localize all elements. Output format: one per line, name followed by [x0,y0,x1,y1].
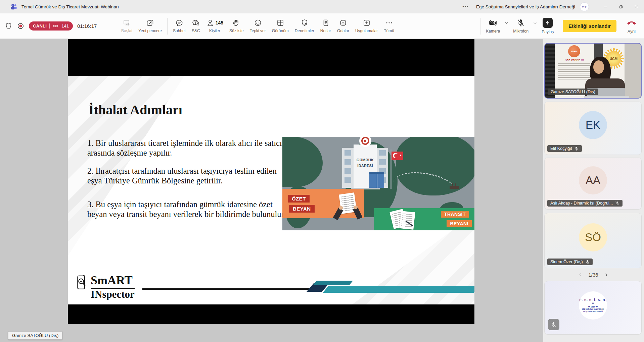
toolbar-button-rooms[interactable]: Odalar [334,15,352,37]
slide-paragraph: 1. Bir uluslararası ticaret işleminde il… [87,138,289,158]
participant-tile[interactable]: AA Aslı Akdaş - Dinamik Isı (Doğrul... [544,158,642,210]
leave-button[interactable]: Ayrıl [624,15,639,37]
participant-tile[interactable]: SÖ Sinem Özer (Dış) [544,213,642,268]
restore-icon [618,4,624,9]
people-icon [206,19,214,27]
toolbar-button-apps[interactable]: Uygulamalar [352,15,381,37]
video-tile-speaker[interactable]: UGM Söz Veririz !!! UGM n, Dünden tlu. S… [544,43,642,99]
transit-tag: TRANSİT [441,211,469,218]
microphone-off-icon [516,18,525,27]
toolbar-button-notes[interactable]: Notlar [317,15,334,37]
teams-app-icon [10,3,17,10]
document-sheet [399,211,415,230]
slide-paragraph: 2. İhracatçısı tarafından uluslarası taş… [87,166,289,186]
mic-off-badge [548,319,559,330]
participant-name-pill: Gamze SATOĞLU (Dış) [548,89,598,95]
participants-sidebar: UGM Söz Veririz !!! UGM n, Dünden tlu. S… [543,39,644,342]
screen-share-icon [123,19,131,27]
avatar: AA [579,166,607,194]
toolbar-button-label: Tepki ver [250,28,266,33]
banner-title: Söz Veririz !!! [565,58,584,62]
account-avatar[interactable]: ❄❄ [580,2,589,11]
toolbar-button-label: Söz iste [229,28,244,33]
teams-webinar-window: Temel Gümrük ve Dış Ticaret Mevzuatı Web… [0,0,644,342]
window-close-button[interactable] [629,0,644,13]
participant-name-pill: Elif Koçyiğit [547,145,582,152]
building-center: GÜMRÜK İDARESİ [354,145,377,188]
toolbar-button-label: Notlar [320,28,331,33]
toolbar-button-start[interactable]: Başlat [118,15,135,37]
slide-footer-line [142,288,313,290]
logo-line1: SmART [91,274,135,289]
window-minimize-button[interactable] [598,0,613,13]
mic-off-icon [574,146,579,151]
transit-beyani-banner: TRANSİT BEYANI [374,208,474,230]
end-event-button[interactable]: Etkinliği sonlandır [563,20,616,32]
logo-line2: INspector [91,289,135,300]
slide-footer-band [323,286,474,293]
slide-content: İthalat Adımları 1. Bir uluslararası tic… [68,76,474,304]
hand-sleeve [353,207,363,220]
essiad-subtitle-line2: VE İŞ ADAMLARI DERNEĞİ [583,311,603,313]
microphone-options-chevron[interactable] [532,20,539,27]
page-previous-chevron[interactable] [578,272,583,277]
toolbar-button-qa[interactable]: S&C [189,15,203,37]
toolbar-button-label: Odalar [337,28,349,33]
toolbar-button-label: Başlat [121,28,132,33]
toolbar-button-all[interactable]: Tümü [381,15,397,37]
map-landmass [282,137,323,187]
snowflake-year-row: ❄ 1990 ❄ [588,305,598,308]
toolbar-button-view[interactable]: Görünüm [269,15,292,37]
cargo-ship-icon [450,186,459,189]
titlebar-overflow-menu[interactable]: ••• [462,4,469,9]
toolbar-button-camera[interactable]: Kamera [483,15,503,37]
window-restore-button[interactable] [613,0,629,13]
avatar: EK [579,111,607,139]
toolbar-button-react[interactable]: Tepki ver [247,15,269,37]
toolbar-button-share[interactable]: Paylaş [539,15,557,37]
shared-slide: İthalat Adımları 1. Bir uluslararası tic… [68,39,474,324]
turkish-flag-icon: ★ [392,152,403,160]
camera-options-chevron[interactable] [503,20,510,27]
notes-icon [322,19,330,27]
participant-tile[interactable]: EK Elif Koçyiğit [544,102,642,155]
mic-blocked-icon [585,260,590,264]
security-shield-icon [5,22,12,30]
page-next-chevron[interactable] [604,272,609,277]
avatar: SÖ [579,223,607,251]
toolbar-button-label: Paylaş [542,30,554,34]
beyani-tag: BEYANI [447,220,472,227]
close-icon [634,4,639,9]
people-count: 145 [216,20,223,25]
participant-tile-org[interactable]: E. S. S. İ. A. D. ❄ ❄ 1990 ❄ EGE SOĞUTMA… [544,281,642,335]
toolbar-button-label: Kişiler [209,28,220,33]
apps-plus-icon [363,19,371,27]
viewers-eye-icon [52,23,59,29]
toolbar-button-label: S&C [192,28,200,33]
banner-text-block [558,63,590,68]
toolbar-button-chat[interactable]: Sohbet [170,15,189,37]
toolbar-button-label: Tümü [384,28,394,33]
toolbar-button-people[interactable]: 145 Kişiler [203,15,226,37]
toolbar-button-label: Denetimler [295,28,314,33]
toolbar-button-raise-hand[interactable]: Söz iste [226,15,247,37]
viewer-count: 141 [61,23,69,28]
banner-text-block [558,69,590,74]
minimize-icon [603,4,608,9]
raise-hand-icon [232,19,240,27]
toolbar-button-microphone[interactable]: Mikrofon [510,15,532,37]
slide-paragraph: 3. Bu eşya için taşıyıcı tarafından gümr… [87,200,289,219]
toolbar-button-label: Sohbet [173,28,186,33]
video-background [625,44,641,98]
phone-magnifier-icon [77,274,88,292]
toolbar-button-controls[interactable]: Denetimler [292,15,317,37]
toolbar-button-label: Kamera [486,29,500,34]
qa-icon [192,19,200,27]
toolbar-button-label: Uygulamalar [355,28,378,33]
slide-footer-band [313,281,353,285]
hand-sleeve [333,208,343,220]
view-grid-icon [276,19,284,27]
presentation-stage: İthalat Adımları 1. Bir uluslararası tic… [0,39,543,342]
beyan-tag: BEYAN [289,205,315,213]
toolbar-button-new-window[interactable]: Yeni pencere [135,15,165,37]
